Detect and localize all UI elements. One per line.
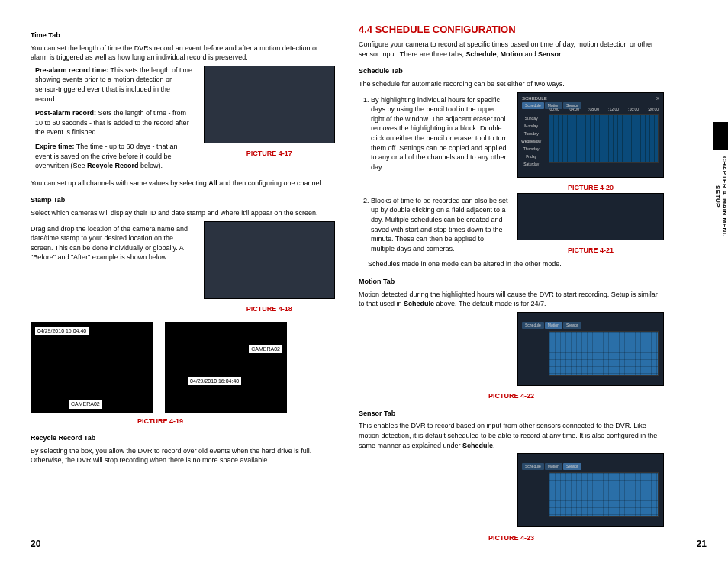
after-stamp-example: CAMERA02 04/29/2010 16:04:40 (165, 322, 287, 413)
motion-desc: Motion detected during the highlighted h… (359, 290, 664, 309)
sensor-desc: This enables the DVR to record based on … (359, 421, 664, 450)
stamp-heading: Stamp Tab (31, 195, 336, 205)
pic18-caption: PICTURE 4-18 (202, 304, 336, 314)
page-number-right: 21 (697, 539, 707, 549)
recycle-heading: Recycle Record Tab (31, 433, 336, 443)
sensor-tab-heading: Sensor Tab (359, 409, 664, 419)
pic21-caption: PICTURE 4-21 (517, 246, 664, 256)
right-page: 4.4 SCHEDULE CONFIGURATION Configure you… (359, 23, 664, 542)
pre-alarm-item: Pre-alarm record time: This sets the len… (35, 66, 193, 104)
pic17-caption: PICTURE 4-17 (202, 149, 336, 159)
schedule-method-2: Blocks of time to be recorded can also b… (371, 196, 508, 254)
post-alarm-item: Post-alarm record: Sets the length of ti… (35, 108, 193, 137)
schedule-intro: Configure your camera to record at speci… (359, 40, 664, 59)
before-stamp-example: 04/29/2010 16:04:40 CAMERA02 (31, 322, 153, 413)
recycle-desc: By selecting the box, you allow the DVR … (31, 446, 336, 465)
picture-4-21 (517, 193, 664, 240)
stamp-desc: Select which cameras will display their … (31, 208, 336, 218)
left-page: Time Tab You can set the length of time … (31, 23, 336, 542)
page-number-left: 20 (31, 539, 40, 549)
expire-item: Expire time: The time - up to 60 days - … (35, 142, 193, 171)
pic20-caption: PICTURE 4-20 (517, 183, 664, 193)
setup-all-p: You can set up all channels with same va… (31, 179, 336, 188)
section-4-4-title: 4.4 SCHEDULE CONFIGURATION (359, 23, 664, 37)
picture-4-23: Schedule Motion Sensor (517, 453, 664, 527)
close-icon: X (656, 95, 659, 101)
pic19-caption: PICTURE 4-19 (31, 417, 290, 426)
picture-4-22: Schedule Motion Sensor (517, 312, 664, 386)
time-tab-heading: Time Tab (31, 31, 336, 40)
schedule-note: Schedules made in one mode can be altere… (368, 259, 664, 269)
drag-desc: Drag and drop the location of the camera… (31, 224, 193, 262)
picture-4-18 (204, 221, 335, 299)
pic22-caption: PICTURE 4-22 (359, 391, 664, 401)
picture-4-17 (204, 66, 335, 143)
pic23-caption: PICTURE 4-23 (359, 533, 664, 543)
schedule-method-1: By highlighting individual hours for spe… (371, 95, 508, 172)
motion-tab-heading: Motion Tab (359, 277, 664, 287)
schedule-tab-heading: Schedule Tab (359, 66, 664, 76)
time-tab-desc: You can set the length of time the DVRs … (31, 43, 336, 63)
schedule-tab-desc: The schedule for automatic recording can… (359, 79, 664, 89)
picture-4-20: SCHEDULE X Schedule Motion Sensor :00:00… (517, 92, 664, 178)
chapter-side-tab: CHAPTER 4 MAIN MENU SETUP (713, 122, 728, 214)
